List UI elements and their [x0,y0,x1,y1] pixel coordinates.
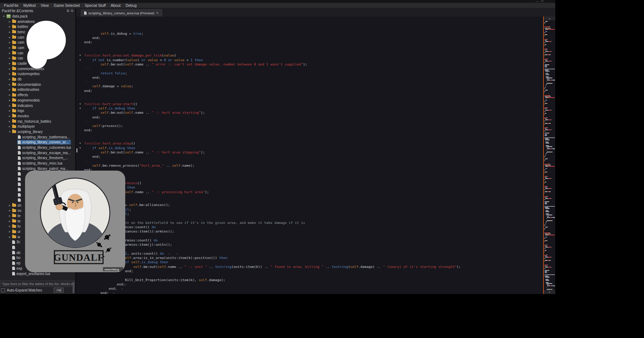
chevron-right-icon[interactable]: ▸ [8,41,11,44]
menu-about[interactable]: About [108,3,123,8]
menu-game-selected[interactable]: Game Selected [51,3,82,8]
tree-item-inner[interactable]: indicators [11,103,71,108]
fold-marker-icon[interactable]: ▼ [79,102,81,106]
chevron-right-icon[interactable]: ▸ [8,125,11,128]
minimap-line [544,271,555,272]
restore-button[interactable]: ❐ [541,0,543,3]
chevron-right-icon[interactable]: ▸ [8,93,11,97]
chevron-right-icon[interactable]: ▸ [8,52,11,55]
tree-item-inner[interactable]: mp_historical_battles [11,119,71,124]
menu-debug[interactable]: Debug [123,3,139,8]
tree-item-scripting-library-cutscenes-lua[interactable]: scripting_library_cutscenes.lua [0,145,75,150]
tree-item-data-pack[interactable]: ▾data.pack [0,14,75,19]
tree-item-inner[interactable]: scripting_library_battlemana... [17,135,71,139]
chevron-right-icon[interactable]: ▸ [8,78,11,81]
tree-item-enginemodels[interactable]: ▸enginemodels [0,98,75,103]
chevron-right-icon[interactable]: ▸ [8,204,11,207]
fold-marker-icon[interactable]: ▼ [79,107,81,110]
tree-item-inner[interactable]: scripting_library_convex_ar... [17,140,71,144]
tree-item-inner[interactable]: scripting_library [11,129,71,134]
filter-input[interactable] [0,280,75,287]
chevron-right-icon[interactable]: ▸ [8,72,11,75]
menu-mymod[interactable]: MyMod [21,3,38,8]
tree-item-customsprites[interactable]: ▸customsprites [0,72,75,77]
tree-item-inner[interactable]: scripting_library_patrol_ma... [17,166,71,171]
case-sensitive-button[interactable]: Aa[ [54,288,64,293]
tree-item-indicators[interactable]: ▸indicators [0,103,75,108]
tree-item-inner[interactable]: effects [11,93,71,97]
code-line [84,234,543,238]
scroll-up-button[interactable]: ▲ [544,16,555,20]
tree-item-documentation[interactable]: ▸documentation [0,82,75,87]
chevron-right-icon[interactable]: ▸ [8,225,11,228]
tree-item-inner[interactable]: scripting_library_cutscenes.lua [17,145,71,150]
chevron-right-icon[interactable]: ▸ [8,214,11,217]
tab-scripting-library-convex-area[interactable]: scripting_library_convex_area.lua (Previ… [81,9,162,16]
chevron-right-icon[interactable]: ▸ [8,36,11,39]
fold-marker-icon[interactable]: ▼ [79,58,81,62]
chevron-right-icon[interactable]: ▸ [8,30,11,34]
chevron-right-icon[interactable]: ▸ [8,67,11,70]
tree-item-movies[interactable]: ▸movies [0,113,75,119]
tree-item-inner[interactable]: editorbrushes [11,87,71,92]
tree-item-scripting-library-battlemana[interactable]: scripting_library_battlemana... [0,134,75,140]
tree-item-scripting-library-convex-ar[interactable]: scripting_library_convex_ar... [0,140,75,145]
minimap-line [544,243,555,243]
minimize-button[interactable]: — [536,0,538,3]
menu-view[interactable]: View [38,3,52,8]
tree-item-editorbrushes[interactable]: ▸editorbrushes [0,87,75,93]
tree-item-db[interactable]: ▸db [0,77,75,82]
tree-item-inner[interactable]: customsprites [11,72,71,76]
minimap-body[interactable] [544,20,555,290]
tree-item-inner[interactable]: scripting_library_misc.lua [17,161,71,166]
fold-marker-icon[interactable]: ▼ [79,142,81,145]
tree-item-scripting-library-escape-ma[interactable]: scripting_library_escape_ma... [0,150,75,156]
chevron-right-icon[interactable]: ▸ [8,46,11,49]
fold-marker-icon[interactable]: ▼ [79,146,81,150]
menu-special-stuff[interactable]: Special Stuff [82,3,108,8]
chevron-right-icon[interactable]: ▸ [8,109,11,112]
expand-all-button[interactable]: ⊞ [67,9,69,13]
chevron-right-icon[interactable]: ▸ [8,62,11,65]
menu-packfile[interactable]: PackFile [1,3,21,8]
tree-item-inner[interactable]: enginemodels [11,98,71,103]
tree-item-logs[interactable]: ▸logs [0,108,75,113]
chevron-right-icon[interactable]: ▸ [8,230,11,233]
chevron-right-icon[interactable]: ▸ [8,99,11,102]
chevron-right-icon[interactable]: ▸ [8,235,11,239]
tree-item-multiplayer[interactable]: ▸multiplayer [0,124,75,129]
code-line: end; [84,115,543,119]
tree-item-scripting-library[interactable]: ▾scripting_library [0,129,75,134]
chevron-right-icon[interactable]: ▸ [8,20,11,23]
tree-item-inner[interactable]: scripting_library_escape_ma... [17,151,71,155]
chevron-right-icon[interactable]: ▸ [8,220,11,223]
code-line: end;» [84,282,543,286]
chevron-down-icon[interactable]: ▾ [8,130,11,133]
tree-item-scripting-library-misc-lua[interactable]: scripting_library_misc.lua [0,161,75,166]
code-area[interactable]: self.is_debug = true; end;end;▼function … [76,16,543,294]
tree-item-inner[interactable]: documentation [11,82,71,87]
tree-item-inner[interactable]: logs [11,108,71,113]
tree-item-inner[interactable]: movies [11,114,71,118]
chevron-right-icon[interactable]: ▸ [8,83,11,86]
tree-item-inner[interactable]: multiplayer [11,124,71,129]
tree-item-mp-historical-battles[interactable]: ▸mp_historical_battles [0,119,75,124]
auto-expand-checkbox[interactable] [1,288,5,292]
chevron-right-icon[interactable]: ▸ [8,120,11,123]
minimap[interactable]: ▲ ▼ [543,16,555,294]
tree-item-inner[interactable]: scripting_library_firestorm_... [17,156,71,160]
chevron-right-icon[interactable]: ▸ [8,57,11,60]
tree-item-scripting-library-firestorm[interactable]: scripting_library_firestorm_... [0,156,75,161]
chevron-right-icon[interactable]: ▸ [8,114,11,118]
chevron-down-icon[interactable]: ▾ [2,15,6,18]
tree-scrollbar-thumb[interactable] [73,282,74,293]
chevron-right-icon[interactable]: ▸ [8,104,11,107]
tree-item-inner[interactable]: data.pack [6,14,71,19]
fold-marker-icon[interactable]: ▼ [79,54,81,57]
tree-item-effects[interactable]: ▸effects [0,92,75,98]
tree-item-inner[interactable]: db [11,77,71,82]
scroll-down-button[interactable]: ▼ [544,290,555,294]
chevron-right-icon[interactable]: ▸ [8,88,11,91]
chevron-right-icon[interactable]: ▸ [8,209,11,212]
chevron-right-icon[interactable]: ▸ [8,25,11,28]
